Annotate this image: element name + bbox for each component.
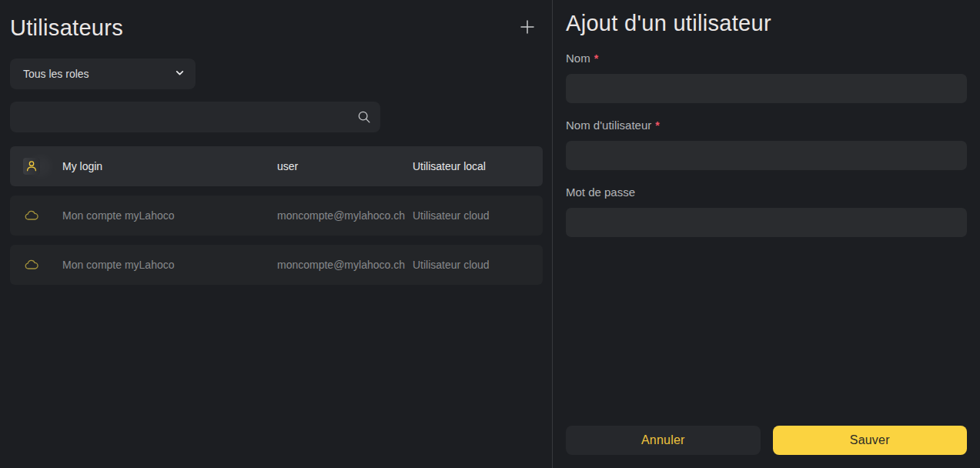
user-search (10, 102, 380, 132)
user-type: Utilisateur cloud (413, 209, 490, 222)
user-login: user (277, 160, 298, 172)
field-mot-de-passe: Mot de passe (566, 186, 967, 237)
user-login: moncompte@mylahoco.ch (277, 209, 405, 222)
user-row-cloud-1[interactable]: Mon compte myLahoco moncompte@mylahoco.c… (10, 196, 543, 236)
mot-de-passe-input[interactable] (566, 208, 967, 237)
plus-icon (518, 18, 537, 38)
role-filter-dropdown[interactable]: Tous les roles (10, 58, 196, 89)
users-list-panel: Utilisateurs Tous les roles (0, 0, 553, 468)
required-asterisk: * (655, 119, 659, 132)
required-asterisk: * (594, 52, 598, 65)
user-name: Mon compte myLahoco (62, 259, 175, 271)
field-label: Nom d'utilisateur (566, 119, 651, 132)
user-row-my-login[interactable]: My login user Utilisateur local (10, 146, 543, 186)
nom-input[interactable] (566, 74, 967, 103)
add-user-button[interactable] (517, 17, 538, 38)
form-footer: Annuler Sauver (566, 426, 967, 468)
user-list: My login user Utilisateur local Mon comp… (10, 146, 543, 285)
person-icon (23, 158, 40, 175)
page-title: Utilisateurs (10, 15, 123, 41)
cloud-icon (23, 207, 40, 224)
user-type: Utilisateur local (413, 160, 486, 172)
users-panel-header: Utilisateurs (10, 12, 543, 43)
user-type: Utilisateur cloud (413, 259, 490, 271)
role-filter-value: Tous les roles (23, 68, 89, 80)
user-login: moncompte@mylahoco.ch (277, 259, 405, 271)
add-user-panel: Ajout d'un utilisateur Nom * Nom d'utili… (553, 0, 980, 468)
field-label: Nom (566, 52, 590, 65)
user-search-input[interactable] (10, 102, 380, 132)
field-nom: Nom * (566, 52, 967, 103)
field-nom-utilisateur: Nom d'utilisateur * (566, 119, 967, 170)
user-name: Mon compte myLahoco (62, 209, 175, 222)
save-button[interactable]: Sauver (773, 426, 968, 455)
form-title: Ajout d'un utilisateur (566, 11, 967, 36)
user-management-screen: Utilisateurs Tous les roles (0, 0, 980, 468)
nom-utilisateur-input[interactable] (566, 141, 967, 170)
user-name: My login (62, 160, 102, 172)
field-label: Mot de passe (566, 186, 635, 199)
chevron-down-icon (175, 68, 185, 80)
cloud-icon (23, 256, 40, 273)
cancel-button[interactable]: Annuler (566, 426, 761, 455)
user-row-cloud-2[interactable]: Mon compte myLahoco moncompte@mylahoco.c… (10, 245, 543, 285)
